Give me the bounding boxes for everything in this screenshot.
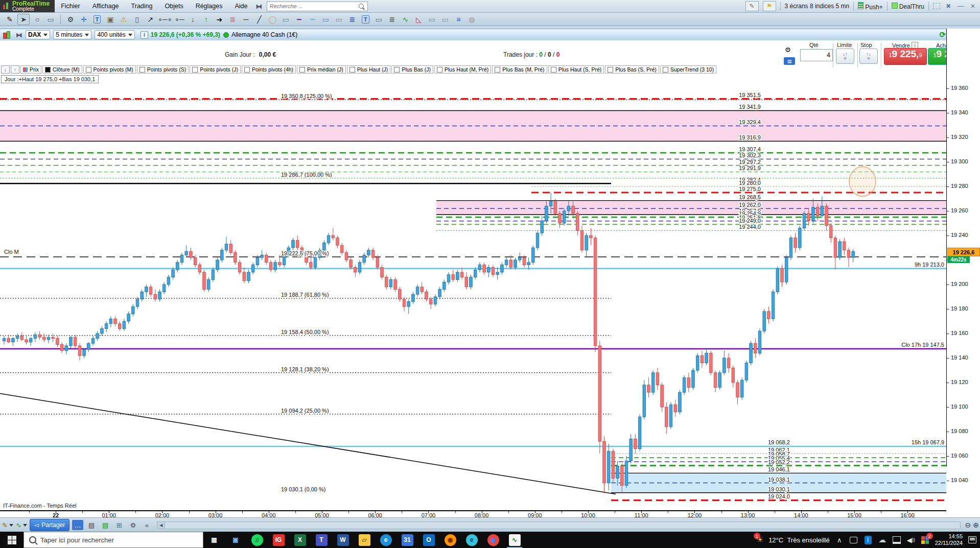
- tray-apps-icon[interactable]: 2: [921, 535, 930, 544]
- price-axis[interactable]: 19 36019 34019 32019 30019 28019 26019 2…: [946, 29, 980, 466]
- legend-item-7[interactable]: Plus Haut (J): [347, 65, 391, 74]
- link-icon[interactable]: ⧓: [256, 3, 263, 10]
- collapse-left-icon[interactable]: «: [141, 520, 152, 530]
- copy-icon[interactable]: ▣: [105, 14, 116, 25]
- search-icon[interactable]: [359, 4, 364, 9]
- app-calendar[interactable]: 31: [396, 532, 418, 548]
- zoom-icon[interactable]: ○: [32, 14, 43, 25]
- taskbar-search[interactable]: Taper ici pour rechercher: [24, 532, 203, 548]
- arrow-down-icon[interactable]: ↓: [187, 14, 198, 25]
- volume-icon[interactable]: ◀)): [906, 535, 916, 544]
- move-icon[interactable]: ✛: [78, 14, 89, 25]
- sell-button[interactable]: 19 225,9: [884, 48, 927, 65]
- pencil-icon[interactable]: ✎: [4, 14, 15, 25]
- legend-item-1[interactable]: Clôture (M): [42, 65, 82, 74]
- chart-scrollbar[interactable]: ◀: [157, 521, 960, 529]
- menu-aide[interactable]: Aide: [228, 1, 253, 11]
- legend-item-9[interactable]: Plus Haut (M, Pré): [434, 65, 491, 74]
- news-icon[interactable]: ▤: [86, 520, 97, 530]
- ray-icon[interactable]: ∘─: [174, 14, 185, 25]
- app-ie[interactable]: e: [375, 532, 396, 548]
- hline-blue-icon[interactable]: ━: [307, 14, 318, 25]
- weather-label[interactable]: 12°C Très ensoleillé: [768, 536, 830, 544]
- close-icon[interactable]: ✕: [969, 3, 977, 10]
- rect-blue-icon[interactable]: ▭: [320, 14, 331, 25]
- legend-item-2[interactable]: Points pivots (M): [83, 65, 136, 74]
- trash-icon[interactable]: ▯: [131, 14, 143, 25]
- pattern-icon[interactable]: ◺: [413, 14, 424, 25]
- refresh-icon[interactable]: ⟳: [939, 30, 946, 39]
- bluetooth-icon[interactable]: ᛒ: [864, 535, 873, 544]
- settings-icon[interactable]: ⚙: [65, 14, 76, 25]
- restore-icon[interactable]: [933, 3, 940, 9]
- zigzag-icon[interactable]: ∿: [400, 14, 411, 25]
- timeframe-select[interactable]: 5 minutes: [53, 30, 91, 39]
- oblique-line-icon[interactable]: ╱: [253, 14, 265, 25]
- trendline-icon[interactable]: ↗: [145, 14, 156, 25]
- notification-center-icon[interactable]: [968, 535, 977, 544]
- ruler2-icon[interactable]: ▭: [373, 14, 384, 25]
- channel-icon[interactable]: ▭: [426, 14, 437, 25]
- app-spotify[interactable]: ♫: [246, 532, 268, 548]
- legend-item-6[interactable]: Prix médian (J): [297, 65, 346, 74]
- settings2-icon[interactable]: ⚙: [127, 520, 138, 530]
- alert-icon[interactable]: ⚠: [118, 14, 129, 25]
- menu-réglages[interactable]: Réglages: [190, 1, 229, 11]
- dealthru-status[interactable]: DealThru: [892, 3, 924, 10]
- screen-capture-icon[interactable]: [849, 535, 858, 544]
- collapse-down-button[interactable]: ↓: [1, 65, 10, 74]
- keyboard-icon[interactable]: ▤: [784, 57, 795, 65]
- arrow-right-icon[interactable]: ➜: [214, 14, 225, 25]
- app-word[interactable]: W: [332, 532, 354, 548]
- share-button[interactable]: ◅Partager: [30, 519, 69, 531]
- app-edge[interactable]: e: [461, 532, 482, 548]
- text-icon[interactable]: T: [91, 14, 103, 25]
- app-ig[interactable]: IG: [268, 532, 289, 548]
- rect-green-icon[interactable]: ▭: [280, 14, 291, 25]
- quotes-icon[interactable]: ▤: [100, 520, 111, 530]
- flag-icon[interactable]: ⚑: [763, 1, 776, 11]
- hline-icon[interactable]: ─: [240, 14, 251, 25]
- minimize-icon[interactable]: —: [956, 3, 965, 10]
- order-settings-icon[interactable]: ⚙: [785, 46, 791, 54]
- app-explorer[interactable]: ▱: [354, 532, 375, 548]
- collapse-up-button[interactable]: ↑: [11, 65, 19, 74]
- fib-levels-icon[interactable]: ≣: [346, 14, 358, 25]
- edit-layout-icon[interactable]: ✎: [745, 1, 759, 11]
- menu-affichage[interactable]: Affichage: [86, 1, 125, 11]
- legend-item-11[interactable]: Plus Haut (S, Pré): [548, 65, 604, 74]
- fib-time-icon[interactable]: ≣: [386, 14, 398, 25]
- quantity-input[interactable]: [800, 49, 833, 61]
- segment-icon[interactable]: ∘─∘: [158, 14, 172, 25]
- workspace-label[interactable]: 3 écrans 8 indices 5 mn: [785, 3, 850, 10]
- chart-window-icon[interactable]: ⊞: [113, 520, 125, 530]
- legend-item-10[interactable]: Plus Bas (M, Pré): [492, 65, 547, 74]
- chart-style-button[interactable]: ∿: [16, 520, 27, 530]
- legend-item-3[interactable]: Points pivots (S): [137, 65, 189, 74]
- instrument-select[interactable]: DAX: [26, 30, 50, 39]
- app-outlook[interactable]: O: [418, 532, 439, 548]
- price-chart[interactable]: 19 350,8 (125,00 %)19 286,7 (100,00 %)19…: [0, 84, 946, 503]
- info-icon[interactable]: i: [141, 31, 148, 39]
- taskbar-clock[interactable]: 14:55 22/11/2024: [935, 533, 963, 546]
- legend-item-4[interactable]: Points pivots (J): [190, 65, 241, 74]
- fibonacci-icon[interactable]: ≣: [227, 14, 238, 25]
- push-status[interactable]: Push+: [858, 2, 882, 11]
- tray-chevron-icon[interactable]: ∧: [835, 535, 844, 544]
- app-excel[interactable]: X: [289, 532, 311, 548]
- wheel-icon[interactable]: ◍: [466, 14, 477, 25]
- draw-mode-button[interactable]: ✎: [2, 520, 13, 530]
- annotation-icon[interactable]: ≡: [453, 14, 464, 25]
- link-instrument-icon[interactable]: ⧓: [16, 31, 22, 39]
- ruler-icon[interactable]: ▭: [45, 14, 56, 25]
- ellipse-icon[interactable]: ◯: [267, 14, 278, 25]
- arrow-up-icon[interactable]: ↑: [200, 14, 212, 25]
- chat-icon[interactable]: …: [72, 520, 83, 530]
- app-teams[interactable]: T: [311, 532, 332, 548]
- legend-item-12[interactable]: Plus Bas (S, Pré): [605, 65, 659, 74]
- zoom-in-icon[interactable]: ⊕: [973, 521, 979, 529]
- task-view[interactable]: ▦: [203, 532, 225, 548]
- scroll-left-icon[interactable]: ◀: [157, 522, 165, 529]
- weather-icon[interactable]: ☀ 1: [757, 535, 763, 544]
- legend-item-8[interactable]: Plus Bas (J): [391, 65, 433, 74]
